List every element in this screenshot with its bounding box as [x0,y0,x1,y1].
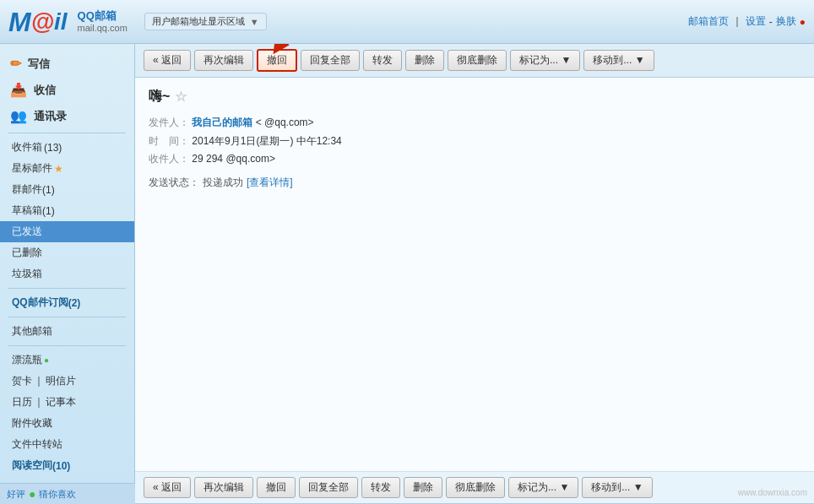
sidebar-receive[interactable]: 📥 收信 [0,77,134,103]
nav-home[interactable]: 邮箱首页 [688,14,729,29]
nav-skin[interactable]: 换肤 [776,14,796,29]
sidebar-inbox[interactable]: 收件箱 (13) [0,137,134,158]
toolbar-top: « 返回 再次编辑 撤回 点击撤回 回复全部 转发 删除 彻底删除 [135,44,814,78]
check-detail-link[interactable]: [查看详情] [247,176,293,190]
toolbar-bottom: « 返回 再次编辑 撤回 回复全部 转发 删除 彻底删除 标记为... ▼ 移动… [135,471,814,504]
header: M @ il QQ邮箱 mail.qq.com 用户邮箱地址显示区域 ▼ 邮箱首… [0,0,814,44]
star-icon: ★ [54,163,63,175]
email-subject: 嗨~ ☆ [149,88,800,106]
sidebar-divider-3 [8,317,126,317]
email-recipient-row: 收件人： 29 294 @qq.com> [149,150,800,169]
logo-domain: mail.qq.com [78,23,128,34]
sidebar-calendar[interactable]: 日历 ｜ 记事本 [0,392,134,413]
forward-button-bottom[interactable]: 转发 [361,477,400,498]
recall-button-bottom[interactable]: 撤回 [257,477,296,498]
sidebar-card-sep: ｜ [34,374,44,388]
sidebar-inbox-count: (13) [44,142,62,154]
sidebar-card-label: 贺卡 [12,374,32,388]
delete-button-top[interactable]: 删除 [405,50,444,71]
sidebar-deleted[interactable]: 已删除 [0,242,134,263]
sidebar-attach-collect[interactable]: 附件收藏 [0,413,134,434]
sidebar-file-transfer[interactable]: 文件中转站 [0,434,134,455]
nav-settings[interactable]: 设置 [746,14,766,29]
sidebar-notes-label: 记事本 [46,395,76,409]
recall-button-top[interactable]: 撤回 [257,49,297,72]
move-button-top[interactable]: 移动到... ▼ [583,50,654,71]
mark-button-bottom[interactable]: 标记为... ▼ [508,477,578,498]
sidebar-calendar-sep: ｜ [34,395,44,409]
star-button[interactable]: ☆ [175,89,187,105]
mark-button-top[interactable]: 标记为... ▼ [510,50,580,71]
edit-button-top[interactable]: 再次编辑 [194,50,253,71]
sidebar-starred[interactable]: 星标邮件 ★ [0,158,134,179]
status-value: 投递成功 [203,176,243,190]
dropdown-arrow[interactable]: ▼ [250,17,259,27]
email-time-row: 时 间： 2014年9月1日(星期一) 中午12:34 [149,133,800,151]
nav-sep1: ｜ [732,14,742,29]
reply-all-button-bottom[interactable]: 回复全部 [299,477,358,498]
sidebar-write[interactable]: ✏ 写信 [0,51,134,77]
recipient-label: 收件人： [149,153,189,165]
watermark: www.downxia.com [738,488,807,497]
logo-qqmail: QQ邮箱 [78,9,128,23]
sidebar-footer-rating[interactable]: 好评 [7,488,25,501]
permanent-delete-button-bottom[interactable]: 彻底删除 [446,477,505,498]
email-content: 嗨~ ☆ 发件人： 我自己的邮箱 < @qq.com> 时 间： 2014年9月… [135,78,814,471]
reply-all-button-top[interactable]: 回复全部 [301,50,360,71]
recipient-value: 29 294 @qq.com> [192,153,275,165]
nav-sep2: - [769,16,773,28]
move-button-bottom[interactable]: 移动到... ▼ [582,477,652,498]
sidebar-group[interactable]: 群邮件 (1) [0,179,134,200]
sender-name: 我自己的邮箱 [192,117,252,128]
sidebar-footer-recommend[interactable]: 猜你喜欢 [39,488,76,501]
time-label: 时 间： [149,135,189,147]
sidebar-divider-1 [8,133,126,133]
sidebar-sent[interactable]: 已发送 [0,221,134,242]
sidebar-cards[interactable]: 贺卡 ｜ 明信片 [0,371,134,392]
sidebar: ✏ 写信 📥 收信 👥 通讯录 收件箱 (13) 星标邮件 ★ [0,44,135,483]
forward-button-top[interactable]: 转发 [363,50,402,71]
mark-label-top: 标记为... [519,54,558,66]
sidebar-write-label: 写信 [28,57,50,72]
edit-button-bottom[interactable]: 再次编辑 [194,477,253,498]
back-button-bottom[interactable]: « 返回 [144,477,191,498]
sidebar-other-mail-label: 其他邮箱 [12,324,52,339]
sidebar-trash[interactable]: 垃圾箱 [0,263,134,285]
user-email-display: 用户邮箱地址显示区域 [152,15,245,28]
sender-label: 发件人： [149,117,189,128]
sidebar-contacts[interactable]: 👥 通讯录 [0,103,134,129]
logo-il: il [54,10,68,34]
header-nav: 邮箱首页 ｜ 设置 - 换肤 ● [688,14,806,29]
sidebar-divider-2 [8,288,126,289]
permanent-delete-button-top[interactable]: 彻底删除 [448,50,507,71]
mark-arrow-bottom: ▼ [559,481,569,493]
sidebar-qq-subscribe[interactable]: QQ邮件订阅 (2) [0,292,134,313]
contacts-icon: 👥 [10,108,27,124]
nav-skin-dot: ● [800,16,806,28]
move-arrow-bottom: ▼ [633,481,643,493]
time-value: 2014年9月1日(星期一) 中午12:34 [192,135,341,147]
receive-icon: 📥 [10,82,27,98]
sidebar-attach-collect-label: 附件收藏 [12,416,52,431]
sidebar-drift[interactable]: 漂流瓶 ● [0,350,134,371]
sidebar-file-transfer-label: 文件中转站 [12,437,62,452]
main-layout: ✏ 写信 📥 收信 👥 通讯录 收件箱 (13) 星标邮件 ★ [0,44,814,504]
sidebar-read-space[interactable]: 阅读空间 (10) [0,455,134,476]
delete-button-bottom[interactable]: 删除 [404,477,442,498]
sidebar-contacts-label: 通讯录 [34,109,67,124]
move-label-bottom: 移动到... [591,481,630,493]
sidebar-footer: 好评 ● 猜你喜欢 [0,483,135,504]
back-button-top[interactable]: « 返回 [144,50,191,71]
sidebar-footer-dot: ● [29,487,35,501]
logo-area: M @ il QQ邮箱 mail.qq.com [8,8,128,35]
content-area: « 返回 再次编辑 撤回 点击撤回 回复全部 转发 删除 彻底删除 [135,44,814,504]
sidebar-other-mail[interactable]: 其他邮箱 [0,321,134,342]
sidebar-wrapper: ✏ 写信 📥 收信 👥 通讯录 收件箱 (13) 星标邮件 ★ [0,44,135,504]
sidebar-read-space-label: 阅读空间 [12,458,52,473]
drift-green-dot: ● [44,355,49,365]
sidebar-calendar-label: 日历 [12,395,32,409]
user-info-bar: 用户邮箱地址显示区域 ▼ [144,13,267,30]
sidebar-postcard-label: 明信片 [46,374,76,388]
sidebar-draft[interactable]: 草稿箱 (1) [0,200,134,221]
sidebar-group-label: 群邮件 [12,182,42,197]
